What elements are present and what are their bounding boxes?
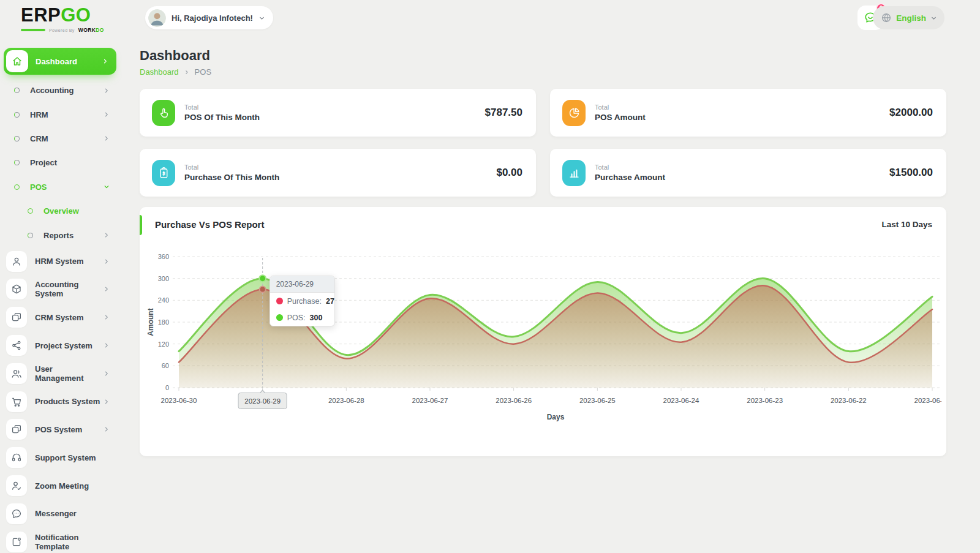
x-axis-hover-label: 2023-06-29 <box>238 393 287 409</box>
tap-icon <box>152 100 175 126</box>
chevron-down-icon <box>930 15 937 21</box>
sidebar: Dashboard Accounting HRM CRM Project POS… <box>0 48 120 553</box>
main-content: Dashboard Dashboard POS Total POS Of Thi… <box>140 49 946 456</box>
card-kicker: Total <box>184 103 260 111</box>
sidebar-item-dashboard[interactable]: Dashboard <box>4 48 116 75</box>
report-range-label: Last 10 Days <box>881 220 932 229</box>
purchase-vs-pos-report-card: Purchase Vs POS Report Last 10 Days 0601… <box>140 207 946 456</box>
chevron-right-icon <box>103 398 110 405</box>
card-value: $1500.00 <box>889 167 933 179</box>
svg-text:2023-06-22: 2023-06-22 <box>831 397 867 404</box>
user-menu-button[interactable]: Hi, Rajodiya Infotech! <box>145 6 273 29</box>
chevron-right-icon <box>103 285 110 293</box>
sidebar-item-project-system[interactable]: Project System <box>0 331 120 359</box>
erpgo-logo[interactable]: ERPGO Powered By WORKDO <box>21 6 104 33</box>
dot-circle-icon <box>14 112 20 118</box>
tooltip-date: 2023-06-29 <box>270 276 334 293</box>
sidebar-item-accounting[interactable]: Accounting <box>0 78 120 102</box>
sidebar-item-crm-system[interactable]: CRM System <box>0 303 120 331</box>
svg-text:Days: Days <box>547 413 565 421</box>
sidebar-item-zoom-meeting[interactable]: Zoom Meeting <box>0 472 120 500</box>
svg-text:2023-06-26: 2023-06-26 <box>496 397 532 404</box>
svg-text:2023-06-28: 2023-06-28 <box>328 397 364 404</box>
sidebar-item-hrm[interactable]: HRM <box>0 102 120 126</box>
sidebar-item-accounting-system[interactable]: Accounting System <box>0 276 120 304</box>
card-title: Purchase Of This Month <box>184 173 279 182</box>
chevron-right-icon <box>103 258 110 265</box>
chevron-down-icon <box>258 15 265 21</box>
dot-circle-icon <box>14 136 20 141</box>
chevron-right-icon <box>103 314 110 321</box>
card-accent-bar <box>140 215 142 235</box>
chevron-right-icon <box>184 69 190 75</box>
pos-series-dot <box>276 314 283 321</box>
svg-text:60: 60 <box>162 362 169 369</box>
sidebar-item-label: Dashboard <box>36 57 102 66</box>
area-chart[interactable]: 0601201802403003602023-06-302023-06-2820… <box>145 246 941 429</box>
windows-copy-icon <box>6 419 27 440</box>
chart-tooltip: 2023-06-29 Purchase: 270 POS: 300 <box>270 276 335 326</box>
user-greeting: Hi, Rajodiya Infotech! <box>172 13 253 23</box>
users-icon <box>6 363 27 384</box>
sidebar-item-pos-overview[interactable]: Overview <box>0 199 120 223</box>
sidebar-item-pos-reports[interactable]: Reports <box>0 223 120 247</box>
svg-text:180: 180 <box>158 318 169 326</box>
logo-underline <box>21 29 45 31</box>
chat-bubble-icon <box>6 503 27 524</box>
dot-circle-icon <box>14 160 20 165</box>
home-icon <box>6 50 28 72</box>
svg-text:2023-06-23: 2023-06-23 <box>747 397 783 404</box>
chevron-right-icon <box>103 135 110 142</box>
report-title: Purchase Vs POS Report <box>155 219 264 230</box>
dot-circle-icon <box>28 233 33 238</box>
svg-text:2023-06-21: 2023-06-21 <box>914 397 941 404</box>
card-value: $2000.00 <box>889 107 933 119</box>
globe-icon <box>881 12 892 23</box>
svg-text:240: 240 <box>158 296 169 304</box>
svg-text:360: 360 <box>158 253 169 260</box>
chevron-right-icon <box>102 58 109 65</box>
card-value: $0.00 <box>496 167 522 179</box>
sidebar-item-user-management[interactable]: User Management <box>0 359 120 388</box>
sidebar-item-notification-template[interactable]: Notification Template <box>0 528 120 553</box>
windows-copy-icon <box>6 307 27 328</box>
chevron-right-icon <box>103 370 110 377</box>
chevron-right-icon <box>103 342 110 349</box>
chevron-right-icon <box>103 426 110 433</box>
svg-text:120: 120 <box>158 340 169 348</box>
card-title: POS Of This Month <box>184 113 260 122</box>
dot-circle-icon <box>14 88 20 93</box>
user-check-icon <box>6 475 27 496</box>
sidebar-item-messenger[interactable]: Messenger <box>0 500 120 528</box>
sidebar-item-pos-system[interactable]: POS System <box>0 416 120 444</box>
sidebar-item-project[interactable]: Project <box>0 151 120 175</box>
language-selector[interactable]: English <box>873 6 944 29</box>
card-title: Purchase Amount <box>595 173 665 182</box>
breadcrumb-dashboard-link[interactable]: Dashboard <box>140 67 179 77</box>
chevron-right-icon <box>103 111 110 118</box>
chevron-down-icon <box>103 183 110 190</box>
svg-text:2023-06-25: 2023-06-25 <box>579 397 616 404</box>
sidebar-item-crm[interactable]: CRM <box>0 127 120 151</box>
svg-text:300: 300 <box>158 275 169 282</box>
breadcrumb: Dashboard POS <box>140 67 946 77</box>
bar-chart-icon <box>562 160 586 186</box>
sidebar-item-products-system[interactable]: Products System <box>0 388 120 416</box>
card-kicker: Total <box>184 164 279 171</box>
svg-text:2023-06-30: 2023-06-30 <box>161 397 197 404</box>
pie-chart-icon <box>562 100 586 126</box>
card-kicker: Total <box>595 103 646 111</box>
card-value: $787.50 <box>485 107 522 119</box>
stat-cards: Total POS Of This Month $787.50 Total PO… <box>140 89 946 197</box>
svg-text:0: 0 <box>165 384 169 391</box>
sidebar-item-hrm-system[interactable]: HRM System <box>0 247 120 276</box>
stat-card-purchase-amount: Total Purchase Amount $1500.00 <box>550 149 946 197</box>
notification-template-icon <box>6 532 27 552</box>
logo-text: ERPGO <box>21 6 104 24</box>
sidebar-item-support-system[interactable]: Support System <box>0 443 120 472</box>
cube-icon <box>6 279 27 299</box>
stat-card-pos-amount: Total POS Amount $2000.00 <box>550 89 946 137</box>
workdo-label: WORKDO <box>78 27 104 33</box>
sidebar-item-pos[interactable]: POS <box>0 175 120 199</box>
share-nodes-icon <box>6 335 27 356</box>
